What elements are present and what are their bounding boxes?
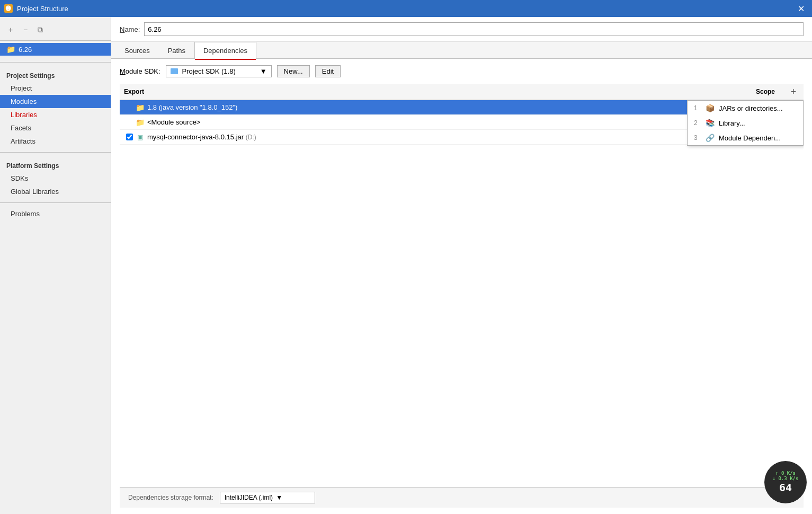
dropdown-item-jars[interactable]: 1 📦 JARs or directories... [688,101,803,116]
dropdown-item-module-dep-label: Module Dependen... [719,134,781,142]
project-settings-header: Project Settings [0,67,111,82]
content-area: Name: Sources Paths Dependencies Module … [111,17,812,514]
module-item-label: 6.26 [19,46,32,54]
tab-sources[interactable]: Sources [115,42,159,59]
sidebar-item-libraries[interactable]: Libraries [0,108,111,121]
dep-icon-jdk: 📁 [135,103,145,112]
network-number: 64 [779,481,792,494]
sidebar: + − ⧉ 📁 6.26 Project Settings Project Mo… [0,17,111,514]
dependencies-area: Module SDK: Project SDK (1.8) ▼ New... E… [111,59,812,514]
dep-icon-module-source: 📁 [135,118,145,127]
module-item-626[interactable]: 📁 6.26 [0,43,111,56]
upload-speed: ↑ 0 K/s [775,471,796,476]
sdk-select-value: Project SDK (1.8) [182,67,236,75]
sidebar-divider-middle [0,152,111,153]
sdk-label: Module SDK: [120,67,160,75]
sidebar-divider-bottom [0,202,111,203]
remove-module-button[interactable]: − [19,23,32,36]
name-input[interactable] [144,22,804,36]
dropdown-item-module-dep[interactable]: 3 🔗 Module Dependen... [688,130,803,145]
deps-storage-label: Dependencies storage format: [128,494,213,501]
deps-storage-select[interactable]: IntelliJIDEA (.iml) ▼ [220,492,315,503]
window-title: Project Structure [17,5,68,13]
dep-path-mysql: (D:) [246,134,256,141]
jars-icon: 📦 [706,104,715,112]
sdk-edit-button[interactable]: Edit [315,65,341,77]
tabs-bar: Sources Paths Dependencies [111,42,812,59]
sidebar-item-global-libraries[interactable]: Global Libraries [0,185,111,198]
add-dependency-dropdown: 1 📦 JARs or directories... 2 📚 Library..… [687,100,804,146]
deps-table-header: Export Scope + [120,84,804,100]
sidebar-item-project[interactable]: Project [0,82,111,95]
tab-paths[interactable]: Paths [159,42,194,59]
deps-storage-arrow: ▼ [276,494,282,501]
sidebar-divider-top [0,62,111,63]
sdk-folder-icon [171,68,178,74]
export-header: Export [124,88,756,95]
network-widget: ↑ 0 K/s ↓ 0.3 K/s 64 [764,461,807,503]
module-list: 📁 6.26 [0,41,111,58]
sdk-select-arrow: ▼ [260,67,267,75]
add-module-button[interactable]: + [4,23,17,36]
name-row: Name: [111,17,812,42]
sidebar-item-facets[interactable]: Facets [0,121,111,135]
deps-rows: 📁 1.8 (java version "1.8.0_152") 📁 <Modu… [120,100,804,487]
dropdown-item-num-2: 2 [694,119,701,127]
copy-module-button[interactable]: ⧉ [34,23,47,36]
sdk-row: Module SDK: Project SDK (1.8) ▼ New... E… [120,65,804,77]
close-button[interactable]: ✕ [795,3,808,15]
sidebar-item-modules[interactable]: Modules [0,95,111,108]
dep-checkbox-mysql[interactable] [126,134,133,140]
title-bar: 🅘 Project Structure ✕ [0,0,812,17]
dep-icon-mysql: ▣ [135,134,145,141]
dropdown-item-jars-label: JARs or directories... [719,104,783,112]
add-dependency-button[interactable]: + [788,86,799,98]
dropdown-item-library-label: Library... [719,119,745,127]
dropdown-item-library[interactable]: 2 📚 Library... [688,116,803,130]
dropdown-item-num-1: 1 [694,104,701,112]
tab-dependencies[interactable]: Dependencies [194,42,256,59]
sidebar-item-artifacts[interactable]: Artifacts [0,135,111,148]
name-label: Name: [120,25,140,33]
main-layout: + − ⧉ 📁 6.26 Project Settings Project Mo… [0,17,812,514]
bottom-row: Dependencies storage format: IntelliJIDE… [120,487,804,508]
sidebar-toolbar: + − ⧉ [0,21,111,41]
scope-header: Scope [756,88,775,95]
deps-storage-value: IntelliJIDEA (.iml) [225,494,273,501]
sidebar-item-problems[interactable]: Problems [0,207,111,220]
sidebar-item-sdks[interactable]: SDKs [0,172,111,185]
title-bar-left: 🅘 Project Structure [4,4,68,13]
app-icon: 🅘 [4,4,13,13]
dropdown-item-num-3: 3 [694,134,701,141]
module-folder-icon: 📁 [6,45,15,54]
platform-settings-header: Platform Settings [0,157,111,172]
download-speed: ↓ 0.3 K/s [773,476,799,481]
sdk-new-button[interactable]: New... [277,65,310,77]
module-dep-icon: 🔗 [706,134,715,142]
sdk-select[interactable]: Project SDK (1.8) ▼ [166,65,272,77]
dep-check-mysql[interactable] [124,134,135,140]
library-icon: 📚 [706,119,715,127]
